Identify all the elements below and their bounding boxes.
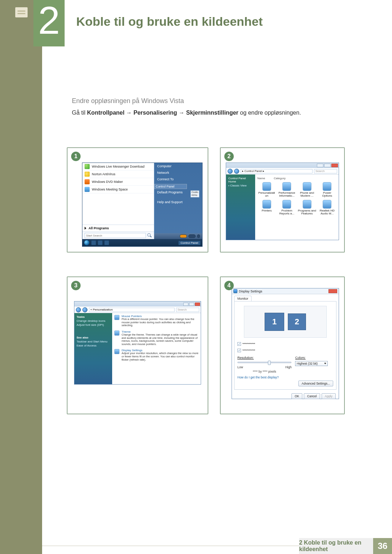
slider-thumb[interactable]	[268, 361, 271, 365]
start-right-item-selected[interactable]: Control Panel	[154, 184, 187, 189]
cp-icon-item[interactable]: Printers	[257, 199, 276, 216]
all-programs-label: All Programs	[89, 226, 109, 230]
best-display-link[interactable]: How do I get the best display?	[237, 376, 333, 379]
minimize-button[interactable]	[183, 303, 188, 306]
shutdown-chevron[interactable]	[197, 234, 200, 238]
apply-button[interactable]: Apply	[322, 393, 336, 399]
classic-view-link[interactable]: • Classic View	[228, 184, 253, 187]
window-controls	[226, 163, 339, 168]
monitor-panel: 1 2 ✓ ********** ✓ ********** Resolution…	[234, 301, 336, 390]
start-right-item[interactable]: Connect To	[154, 176, 202, 182]
change-desktop-icons-link[interactable]: Change desktop icons	[77, 319, 110, 323]
dvd-icon	[85, 179, 90, 184]
taskbar-icon[interactable]	[91, 240, 96, 245]
screenshot-4-frame: 4 Display Settings Monitor 1 2 ✓ *******…	[220, 276, 345, 414]
block-desc: Change the theme. Themes can change a wi…	[122, 333, 199, 346]
cp-home-link[interactable]: Control Panel Home	[228, 177, 253, 183]
pixels-line: **** by **** pixels	[237, 370, 291, 373]
cancel-button[interactable]: Cancel	[304, 393, 320, 399]
theme-block[interactable]: Theme Change the theme. Themes can chang…	[114, 330, 199, 346]
cp-icon-item[interactable]: Phone and Modem ...	[298, 181, 317, 198]
window-controls	[74, 301, 201, 307]
cp-icon-item[interactable]: Power Options	[318, 181, 337, 198]
start-menu: Windows Live Messenger Download Norton A…	[82, 163, 203, 247]
cp-icon-item[interactable]: Performance Informatio...	[278, 181, 297, 198]
checkbox[interactable]: ✓	[237, 342, 241, 346]
close-button[interactable]	[331, 164, 338, 167]
colors-label: Colors:	[295, 356, 306, 360]
block-desc: Adjust your monitor resolution, which ch…	[122, 352, 199, 361]
breadcrumb-bar[interactable]: « Personalization	[89, 308, 175, 312]
start-menu-right: Computer Network Connect To Control Pane…	[154, 163, 202, 239]
display-settings-dialog: Display Settings Monitor 1 2 ✓ *********…	[232, 288, 339, 399]
personalization-icon	[262, 182, 271, 191]
tooltip-snip: Custoremo	[191, 190, 199, 197]
power-button[interactable]	[180, 234, 187, 238]
tasks-heading: Tasks	[77, 315, 110, 319]
maximize-button[interactable]	[189, 303, 194, 306]
start-search-input[interactable]	[85, 233, 146, 238]
taskbar: Control Panel	[82, 239, 202, 246]
see-also-heading: See also	[77, 336, 110, 339]
forward-button-icon[interactable]	[82, 307, 87, 312]
dialog-titlebar: Display Settings	[232, 288, 339, 294]
antivirus-icon	[85, 172, 90, 177]
footer-text: 2 Koble til og bruke en kildeenhet	[299, 538, 373, 554]
cp-icon-item[interactable]: Problem Reports a...	[278, 199, 297, 216]
taskbar-label[interactable]: Control Panel	[178, 241, 201, 245]
display-icon	[233, 289, 237, 293]
slider-low: Low	[237, 365, 243, 369]
maximize-button[interactable]	[324, 164, 331, 167]
minimize-button[interactable]	[317, 164, 323, 167]
close-button[interactable]	[328, 289, 337, 293]
start-orb-icon[interactable]	[84, 240, 90, 246]
start-item[interactable]: Windows DVD Maker	[82, 178, 154, 186]
ok-button[interactable]: OK	[291, 393, 302, 399]
monitor-2[interactable]: 2	[288, 313, 306, 330]
realtek-audio-icon	[323, 200, 331, 209]
cp-icon-item[interactable]: Personalizati on	[257, 181, 276, 198]
monitor-1[interactable]: 1	[265, 313, 284, 331]
start-item[interactable]: Windows Live Messenger Download	[82, 163, 154, 171]
adjust-font-link[interactable]: Adjust font size (DPI)	[77, 323, 110, 327]
mouse-pointers-block[interactable]: Mouse Pointers Pick a different mouse po…	[114, 315, 199, 327]
body-post: og endre oppløsningen.	[238, 110, 301, 116]
back-button-icon[interactable]	[228, 169, 233, 174]
forward-button-icon[interactable]	[234, 169, 239, 174]
col-name: Name	[257, 177, 265, 180]
display-settings-block[interactable]: Display Settings Adjust your monitor res…	[114, 349, 199, 361]
start-right-item[interactable]: Help and Support	[154, 199, 202, 205]
printers-icon	[262, 200, 271, 209]
resolution-slider[interactable]	[237, 362, 291, 363]
cp-icon-item[interactable]: Realtek HD Audio M...	[318, 199, 337, 216]
chapter-badge: 2	[33, 0, 65, 46]
start-right-item[interactable]: Computer	[154, 163, 202, 169]
colors-select[interactable]: Highest (32 bit)	[295, 361, 328, 366]
ease-of-access-link[interactable]: Ease of Access	[77, 344, 110, 347]
close-button[interactable]	[195, 303, 200, 306]
advanced-settings-button[interactable]: Advanced Settings...	[298, 381, 333, 386]
start-item[interactable]: Windows Meeting Space	[82, 186, 154, 193]
taskbar-menu-link[interactable]: Taskbar and Start Menu	[77, 340, 110, 343]
taskbar-icon[interactable]	[98, 240, 103, 245]
monitor-tab[interactable]: Monitor	[234, 296, 252, 301]
all-programs[interactable]: All Programs	[82, 225, 154, 231]
arrow-icon: →	[124, 110, 134, 116]
taskbar-icon[interactable]	[104, 240, 109, 245]
search-input[interactable]: Search	[314, 169, 337, 173]
theme-icon	[114, 331, 119, 336]
chapter-number: 2	[33, 1, 65, 40]
start-right-item[interactable]: Network	[154, 169, 202, 176]
start-item[interactable]: Norton AntiVirus	[82, 171, 154, 178]
checkbox[interactable]: ✓	[237, 349, 241, 352]
power-row	[154, 233, 202, 239]
lock-button[interactable]	[188, 234, 196, 238]
cp-icon-item[interactable]: Programs and Features	[298, 199, 317, 216]
dialog-buttons: OK Cancel Apply	[232, 392, 339, 400]
search-input[interactable]: Search	[176, 308, 199, 312]
breadcrumb-bar[interactable]: ▸ Control Panel ▸	[241, 169, 313, 173]
body-text: Gå til Kontrollpanel → Personalisering →…	[72, 110, 301, 116]
back-button-icon[interactable]	[76, 307, 81, 312]
clip-icon	[15, 7, 28, 17]
start-right-item[interactable]: Default Programs Custoremo	[154, 189, 202, 199]
